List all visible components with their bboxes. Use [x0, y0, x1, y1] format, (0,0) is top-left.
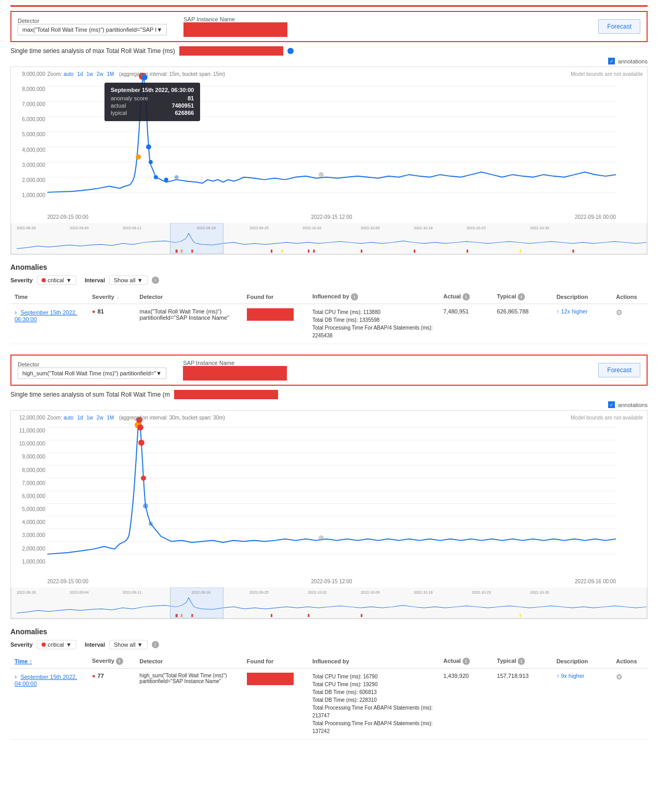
- svg-text:2022-09-18: 2022-09-18: [191, 591, 210, 594]
- section1-col-desc: Description: [552, 290, 612, 304]
- section2-col-actions: Actions: [612, 654, 648, 669]
- svg-text:2022-08-28: 2022-08-28: [17, 226, 36, 230]
- svg-text:2022-10-09: 2022-10-09: [361, 226, 380, 230]
- svg-rect-20: [176, 250, 178, 253]
- table-row: › September 15th 2022, 06:30:00 ●81 max(…: [10, 304, 648, 344]
- section2-col-time[interactable]: Time ↑: [10, 654, 88, 669]
- section2-zoom-2w[interactable]: 2w: [97, 415, 103, 421]
- section1-row1-gear[interactable]: ⚙: [616, 308, 623, 317]
- section2-y-labels: 12,000,00011,000,00010,000,0009,000,000 …: [13, 415, 45, 572]
- svg-rect-68: [520, 614, 521, 617]
- section1-overview-chart[interactable]: 2022-08-28 2022-09-04 2022-09-11 2022-09…: [11, 223, 647, 254]
- section1-actual-info[interactable]: i: [463, 293, 470, 300]
- section1-col-typical: Typical i: [493, 290, 552, 304]
- section1-zoom-auto[interactable]: auto: [63, 71, 73, 77]
- section1-interval-select[interactable]: Show all ▼: [109, 276, 148, 285]
- section2-interval-info[interactable]: i: [152, 641, 159, 648]
- section1-col-actual: Actual i: [439, 290, 493, 304]
- section2-row1-desc: ↑ 9x higher: [552, 669, 612, 740]
- section1-row1-desc: ↑ 12x higher: [552, 304, 612, 344]
- section1-forecast-button[interactable]: Forecast: [598, 19, 640, 34]
- svg-rect-65: [271, 614, 272, 617]
- section2-series-red: [174, 390, 278, 399]
- section1-sap-input[interactable]: [183, 22, 287, 37]
- section1-sap-label: SAP Instance Name: [183, 16, 287, 22]
- svg-point-16: [175, 175, 179, 179]
- section2-sap-label: SAP Instance Name: [183, 360, 287, 366]
- section1-detector-box: Detector max("Total Roll Wait Time (ms)"…: [10, 11, 648, 42]
- section2-col-actual: Actual i: [439, 654, 493, 669]
- section1-row1-found-red: [247, 308, 294, 321]
- section1-tooltip-actual-row: actual 7480951: [111, 102, 194, 109]
- section1-severity-value: critical: [48, 277, 64, 283]
- section1-interval-info[interactable]: i: [152, 277, 159, 284]
- section1-row1-actions: ⚙: [612, 304, 648, 344]
- section1-influenced-info[interactable]: i: [351, 293, 358, 300]
- section2-overview-svg: 2022-08-28 2022-09-04 2022-09-11 2022-09…: [11, 587, 647, 618]
- section1-row1-expand[interactable]: ›: [15, 308, 17, 316]
- section2-annotations-row: ✓ annotations: [10, 401, 648, 408]
- section1-zoom-1w[interactable]: 1w: [86, 71, 93, 77]
- svg-text:2022-09-11: 2022-09-11: [123, 226, 142, 230]
- section2-col-detector: Detector: [136, 654, 243, 669]
- section1-col-detector: Detector: [136, 290, 243, 304]
- section1-severity-chevron: ▼: [66, 277, 72, 283]
- section1-series-dot: [287, 48, 294, 54]
- section2-row1-expand[interactable]: ›: [15, 673, 17, 680]
- section2-anomalies-title: Anomalies: [10, 627, 648, 636]
- section2: Detector high_sum("Total Roll Wait Time …: [10, 355, 648, 740]
- section2-chart-inner: Zoom: auto 1d 1w 2w 1M (aggregation inte…: [11, 411, 647, 587]
- section1-detector-select[interactable]: max("Total Roll Wait Time (ms)") partiti…: [18, 24, 167, 35]
- section2-zoom-auto[interactable]: auto: [63, 415, 73, 421]
- section1-zoom-2w[interactable]: 2w: [97, 71, 103, 77]
- section1-col-severity: Severity ↓: [88, 290, 136, 304]
- section1-annotations-checkbox[interactable]: ✓: [608, 58, 615, 64]
- section1-severity-badge[interactable]: critical ▼: [37, 276, 76, 285]
- section1-detector-value: max("Total Roll Wait Time (ms)") partiti…: [22, 27, 156, 33]
- section1-row1-typical: 626,865.788: [493, 304, 552, 344]
- section2-detector-chevron: ▼: [156, 370, 162, 376]
- svg-text:2022-09-11: 2022-09-11: [123, 591, 142, 594]
- section1-chart-wrapper: Zoom: auto 1d 1w 2w 1M (aggregation inte…: [10, 67, 648, 255]
- svg-text:2022-10-23: 2022-10-23: [467, 226, 486, 230]
- section1-x-labels: 2022-09-15 00:00 2022-09-15 12:00 2022-0…: [47, 214, 616, 220]
- section2-row1-detector: high_sum("Total Roll Wait Time (ms)") pa…: [136, 669, 243, 740]
- section1-col-influenced: Influenced by i: [308, 290, 439, 304]
- section1-series-label: Single time series analysis of max Total…: [10, 46, 648, 56]
- section1-detector-label: Detector: [18, 18, 167, 24]
- section1-table-header-row: Time Severity ↓ Detector Found for Influ…: [10, 290, 648, 304]
- svg-rect-62: [176, 614, 178, 617]
- section1-row1-detector: max("Total Roll Wait Time (ms)") partiti…: [136, 304, 243, 344]
- section1-zoom-text: Zoom:: [47, 71, 63, 77]
- section2-chart-svg: [47, 415, 616, 572]
- section1-zoom-1m[interactable]: 1M: [107, 71, 114, 77]
- section2-interval-select[interactable]: Show all ▼: [109, 640, 148, 649]
- section1-tooltip-title: September 15th 2022, 06:30:00: [111, 87, 194, 93]
- svg-point-12: [146, 145, 151, 150]
- top-red-line: [10, 5, 648, 7]
- table-row: › September 15th 2022, 04:00:00 ●77 high…: [10, 669, 648, 740]
- section2-zoom-1d[interactable]: 1d: [77, 415, 83, 421]
- section1-zoom-1d[interactable]: 1d: [77, 71, 83, 77]
- section1-row1-severity: ●81: [88, 304, 136, 344]
- section2-series-label: Single time series analysis of sum Total…: [10, 390, 648, 399]
- section2-overview-chart[interactable]: 2022-08-28 2022-09-04 2022-09-11 2022-09…: [11, 587, 647, 619]
- section2-annotations-checkbox[interactable]: ✓: [608, 401, 615, 408]
- section2-severity-dot: [42, 643, 46, 647]
- svg-rect-27: [361, 250, 362, 253]
- section2-forecast-button[interactable]: Forecast: [598, 363, 640, 377]
- section2-severity-badge[interactable]: critical ▼: [37, 640, 76, 649]
- section2-zoom-1w[interactable]: 1w: [86, 415, 93, 421]
- section2-col-influenced: Influenced by: [308, 654, 439, 669]
- svg-text:2022-08-28: 2022-08-28: [17, 591, 36, 594]
- svg-rect-31: [572, 250, 574, 253]
- svg-text:2022-10-09: 2022-10-09: [361, 591, 380, 594]
- section2-detector-select[interactable]: high_sum("Total Roll Wait Time (ms)") pa…: [18, 368, 166, 379]
- svg-text:2022-09-04: 2022-09-04: [70, 226, 89, 230]
- svg-rect-30: [520, 250, 521, 253]
- section1-typical-info[interactable]: i: [518, 293, 525, 300]
- section1-tooltip-typical-row: typical 626866: [111, 110, 194, 116]
- section2-zoom-1m[interactable]: 1M: [107, 415, 114, 421]
- section2-sap-input[interactable]: [183, 366, 287, 381]
- section2-row1-gear[interactable]: ⚙: [616, 673, 623, 681]
